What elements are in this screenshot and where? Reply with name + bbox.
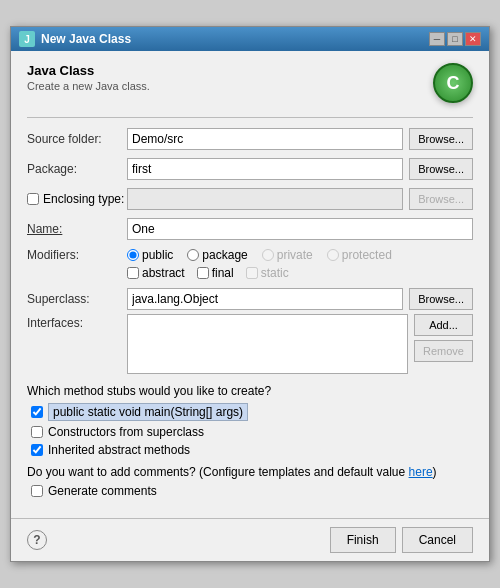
modifiers-label: Modifiers: (27, 248, 127, 262)
package-label: Package: (27, 162, 127, 176)
java-logo-icon: C (433, 63, 473, 103)
superclass-label: Superclass: (27, 292, 127, 306)
modifier-package-radio[interactable] (187, 249, 199, 261)
remove-interface-button[interactable]: Remove (414, 340, 473, 362)
enclosing-type-browse-button[interactable]: Browse... (409, 188, 473, 210)
name-input[interactable] (127, 218, 473, 240)
abstract-label: abstract (142, 266, 185, 280)
stub-item-inherited: Inherited abstract methods (27, 443, 473, 457)
superclass-browse-button[interactable]: Browse... (409, 288, 473, 310)
close-button[interactable]: ✕ (465, 32, 481, 46)
enclosing-type-checkbox[interactable] (27, 193, 39, 205)
package-browse-button[interactable]: Browse... (409, 158, 473, 180)
superclass-input[interactable] (127, 288, 403, 310)
source-folder-label: Source folder: (27, 132, 127, 146)
name-row: Name: (27, 218, 473, 240)
comments-link[interactable]: here (409, 465, 433, 479)
modifier-protected-radio[interactable] (327, 249, 339, 261)
finish-button[interactable]: Finish (330, 527, 396, 553)
package-input[interactable] (127, 158, 403, 180)
name-label: Name: (27, 222, 127, 236)
interfaces-label: Interfaces: (27, 314, 127, 330)
dialog-header: Java Class Create a new Java class. C (27, 63, 473, 103)
modifier-package-label: package (202, 248, 247, 262)
enclosing-type-checkbox-label: Enclosing type: (27, 192, 127, 206)
stubs-title: Which method stubs would you like to cre… (27, 384, 473, 398)
modifier-private-option[interactable]: private (262, 248, 313, 262)
header-text: Java Class Create a new Java class. (27, 63, 150, 92)
add-interface-button[interactable]: Add... (414, 314, 473, 336)
package-row: Package: Browse... (27, 158, 473, 180)
minimize-button[interactable]: ─ (429, 32, 445, 46)
modifier-protected-option[interactable]: protected (327, 248, 392, 262)
comments-title: Do you want to add comments? (Configure … (27, 465, 473, 479)
stub-constructors-checkbox[interactable] (31, 426, 43, 438)
modifier-private-radio[interactable] (262, 249, 274, 261)
source-folder-browse-button[interactable]: Browse... (409, 128, 473, 150)
interfaces-list[interactable] (127, 314, 408, 374)
stub-inherited-checkbox[interactable] (31, 444, 43, 456)
help-button[interactable]: ? (27, 530, 47, 550)
enclosing-type-row: Enclosing type: Browse... (27, 188, 473, 210)
modifiers-options: public package private protected (127, 248, 392, 262)
stub-constructors-label: Constructors from superclass (48, 425, 204, 439)
modifiers-row2: abstract final static (27, 266, 473, 280)
generate-comments-checkbox[interactable] (31, 485, 43, 497)
superclass-row: Superclass: Browse... (27, 288, 473, 310)
generate-comments-row: Generate comments (27, 484, 473, 498)
static-checkbox[interactable] (246, 267, 258, 279)
maximize-button[interactable]: □ (447, 32, 463, 46)
static-option[interactable]: static (246, 266, 289, 280)
bottom-buttons: Finish Cancel (330, 527, 473, 553)
stub-inherited-label: Inherited abstract methods (48, 443, 190, 457)
dialog-content: Java Class Create a new Java class. C So… (11, 51, 489, 518)
interfaces-row: Interfaces: Add... Remove (27, 314, 473, 374)
window-title: New Java Class (41, 32, 131, 46)
new-java-class-dialog: J New Java Class ─ □ ✕ Java Class Create… (10, 26, 490, 562)
stubs-section: Which method stubs would you like to cre… (27, 384, 473, 457)
dialog-subtitle: Create a new Java class. (27, 80, 150, 92)
comments-text: Do you want to add comments? (Configure … (27, 465, 409, 479)
window-controls: ─ □ ✕ (429, 32, 481, 46)
cancel-button[interactable]: Cancel (402, 527, 473, 553)
source-folder-row: Source folder: Browse... (27, 128, 473, 150)
title-bar-left: J New Java Class (19, 31, 131, 47)
final-label: final (212, 266, 234, 280)
title-bar: J New Java Class ─ □ ✕ (11, 27, 489, 51)
interfaces-buttons: Add... Remove (414, 314, 473, 362)
final-option[interactable]: final (197, 266, 234, 280)
generate-comments-label: Generate comments (48, 484, 157, 498)
modifier-package-option[interactable]: package (187, 248, 247, 262)
modifier-public-radio[interactable] (127, 249, 139, 261)
source-folder-input[interactable] (127, 128, 403, 150)
header-divider (27, 117, 473, 118)
comments-section: Do you want to add comments? (Configure … (27, 465, 473, 498)
stub-item-constructors: Constructors from superclass (27, 425, 473, 439)
dialog-title: Java Class (27, 63, 150, 78)
enclosing-type-label: Enclosing type: (43, 192, 124, 206)
window-icon: J (19, 31, 35, 47)
modifier-public-label: public (142, 248, 173, 262)
abstract-checkbox[interactable] (127, 267, 139, 279)
enclosing-type-input[interactable] (127, 188, 403, 210)
final-checkbox[interactable] (197, 267, 209, 279)
bottom-bar: ? Finish Cancel (11, 518, 489, 561)
stub-main-label: public static void main(String[] args) (48, 403, 248, 421)
modifier-public-option[interactable]: public (127, 248, 173, 262)
static-label: static (261, 266, 289, 280)
modifier-private-label: private (277, 248, 313, 262)
modifiers-row: Modifiers: public package private protec… (27, 248, 473, 262)
modifier-protected-label: protected (342, 248, 392, 262)
stub-main-checkbox[interactable] (31, 406, 43, 418)
stub-item-main: public static void main(String[] args) (27, 403, 473, 421)
abstract-option[interactable]: abstract (127, 266, 185, 280)
